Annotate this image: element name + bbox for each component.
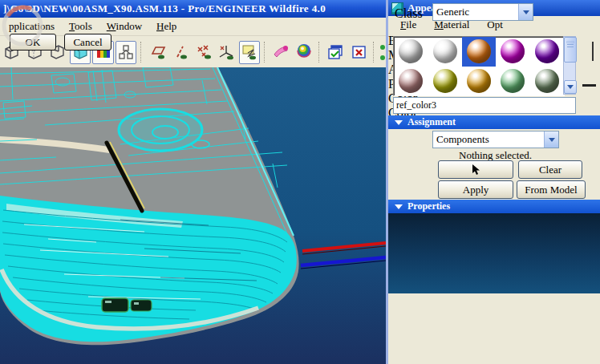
- toolbar-separator: [318, 42, 321, 63]
- main-title: ]\C6\3D\NEW\00ASM_X90.ASM.113 - Pro/ENGI…: [3, 2, 326, 14]
- assignment-header[interactable]: Assignment: [388, 115, 600, 129]
- datum-axes-icon[interactable]: [170, 41, 192, 64]
- chevron-down-icon: [523, 10, 529, 14]
- main-window: ]\C6\3D\NEW\00ASM_X90.ASM.113 - Pro/ENGI…: [0, 0, 386, 364]
- 3d-viewport[interactable]: [0, 67, 386, 364]
- class-label: Class: [395, 6, 423, 21]
- assignment-scope-dropdown[interactable]: Components: [432, 131, 559, 148]
- cancel-button[interactable]: Cancel: [64, 34, 111, 51]
- close-window-icon[interactable]: [348, 41, 370, 64]
- dropdown-button[interactable]: [518, 4, 533, 20]
- keypad-buttons[interactable]: [102, 298, 152, 312]
- apply-button[interactable]: Apply: [438, 180, 513, 199]
- palette-swatch[interactable]: [394, 67, 428, 96]
- appearance-name-field[interactable]: [393, 97, 576, 114]
- palette-swatch[interactable]: [462, 67, 496, 96]
- annotations-icon[interactable]: [239, 41, 261, 64]
- spectrum-analysis-icon[interactable]: [270, 41, 292, 64]
- palette-scrollbar[interactable]: [563, 36, 576, 95]
- clipped-minus-mark: [582, 84, 596, 87]
- clear-button[interactable]: Clear: [518, 160, 582, 179]
- scrollbar-thumb[interactable]: [564, 37, 577, 63]
- datum-planes-icon[interactable]: [147, 41, 168, 64]
- from-model-button[interactable]: From Model: [517, 180, 586, 199]
- pick-items-button[interactable]: [438, 160, 513, 179]
- palette-swatch[interactable]: [530, 37, 564, 67]
- properties-header[interactable]: Properties: [388, 200, 600, 213]
- watermark-logo-icon: [0, 2, 47, 50]
- palette-swatch[interactable]: [428, 67, 461, 96]
- toolbar-separator: [373, 42, 375, 63]
- palette-swatch[interactable]: [530, 67, 564, 96]
- cursor-arrow-icon: [471, 164, 481, 176]
- palette-swatch-selected[interactable]: [462, 37, 496, 67]
- datum-points-icon[interactable]: [193, 41, 214, 64]
- class-dropdown[interactable]: Generic: [432, 3, 533, 21]
- accept-window-icon[interactable]: [325, 41, 347, 64]
- toolbar-separator: [264, 42, 266, 63]
- component-display-icon[interactable]: [116, 41, 137, 64]
- chevron-down-icon: [567, 85, 574, 89]
- palette-swatch[interactable]: [496, 37, 529, 67]
- palette-swatch[interactable]: [428, 37, 461, 67]
- screen: ]\C6\3D\NEW\00ASM_X90.ASM.113 - Pro/ENGI…: [0, 0, 600, 364]
- preview-sphere: [468, 222, 529, 283]
- clipped-toolbar-icons: [379, 41, 386, 63]
- clipped-slider-mark: [592, 42, 594, 61]
- toolbar-separator: [140, 42, 143, 63]
- main-titlebar[interactable]: ]\C6\3D\NEW\00ASM_X90.ASM.113 - Pro/ENGI…: [0, 0, 386, 18]
- main-menubar: pplications Tools Window Help: [0, 18, 386, 36]
- coordinate-systems-icon[interactable]: [216, 41, 237, 64]
- palette-swatch[interactable]: [394, 37, 428, 67]
- dropdown-button[interactable]: [544, 131, 558, 148]
- shaded-analysis-icon[interactable]: [294, 41, 315, 64]
- menu-window[interactable]: Window: [99, 18, 149, 34]
- menu-help[interactable]: Help: [149, 18, 184, 34]
- appearance-editor-dialog: Appearance E File Material Opt: [386, 0, 600, 364]
- palette-swatch[interactable]: [496, 67, 529, 96]
- menu-tools[interactable]: Tools: [62, 18, 99, 34]
- appearance-palette: [393, 36, 565, 96]
- collapse-triangle-icon: [395, 204, 403, 209]
- chevron-down-icon: [549, 138, 555, 142]
- collapse-triangle-icon: [395, 120, 403, 125]
- appearance-preview: [388, 213, 600, 293]
- main-toolbar: [0, 36, 386, 69]
- scrollbar-down-button[interactable]: [564, 80, 577, 94]
